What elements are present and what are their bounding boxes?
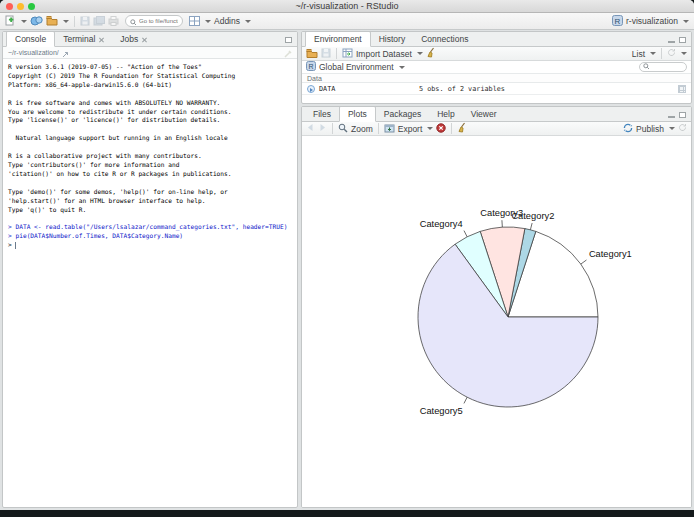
environment-section-header: Data: [302, 74, 691, 83]
load-workspace-icon[interactable]: [306, 48, 318, 60]
console-output-line: R version 3.6.1 (2019-07-05) -- "Action …: [8, 63, 292, 72]
addins-button[interactable]: Addins: [214, 16, 240, 26]
tab-plots[interactable]: Plots: [339, 106, 376, 122]
text-cursor: [15, 242, 16, 249]
open-folder-arrow-icon[interactable]: [62, 44, 69, 62]
console-output-line: Natural language support but running in …: [8, 134, 292, 143]
refresh-environment-caret[interactable]: [681, 52, 687, 55]
tab-connections[interactable]: Connections: [413, 32, 476, 46]
list-view-button[interactable]: List: [632, 49, 645, 59]
publish-caret[interactable]: [669, 127, 675, 130]
rstudio-window: ~/r-visualization - RStudio: [0, 0, 694, 510]
console-output-line: [8, 214, 292, 223]
tab-environment[interactable]: Environment: [305, 31, 371, 47]
desktop-background: [0, 510, 694, 517]
console-workingdir-bar: ~/r-visualization/: [3, 47, 297, 59]
tab-viewer-label: Viewer: [471, 109, 497, 119]
project-selector[interactable]: r-visualization: [626, 16, 678, 26]
main-toolbar: Addins R r-visualization: [0, 13, 694, 30]
export-plot-icon: [384, 123, 395, 135]
remove-plot-icon[interactable]: [436, 123, 446, 135]
plot-canvas: Category1Category2Category3Category4Cate…: [302, 136, 691, 507]
tab-terminal-label: Terminal: [63, 34, 95, 44]
maximize-environment-pane-icon[interactable]: [679, 37, 686, 43]
zoom-plot-icon: [338, 123, 348, 135]
save-workspace-icon: [321, 48, 331, 60]
addins-caret[interactable]: [245, 20, 251, 23]
tab-console-label: Console: [15, 34, 46, 44]
minimize-plots-pane-icon[interactable]: [668, 116, 675, 118]
tab-help[interactable]: Help: [429, 107, 462, 121]
tab-history[interactable]: History: [371, 32, 413, 46]
previous-plot-icon: [306, 123, 315, 134]
minimize-window-button[interactable]: [17, 3, 24, 10]
dataframe-expand-icon[interactable]: [307, 85, 315, 93]
toolbar-separator: [74, 16, 75, 27]
project-icon: R: [612, 12, 623, 30]
project-caret[interactable]: [683, 20, 689, 23]
tab-environment-label: Environment: [314, 34, 362, 44]
import-dataset-button[interactable]: Import Dataset: [356, 49, 412, 59]
maximize-console-pane-icon[interactable]: [285, 37, 292, 43]
tab-jobs[interactable]: Jobs: [112, 32, 155, 46]
view-table-icon[interactable]: [678, 85, 686, 93]
console-output-line: Platform: x86_64-apple-darwin15.6.0 (64-…: [8, 81, 292, 90]
tab-viewer[interactable]: Viewer: [463, 107, 505, 121]
new-project-icon[interactable]: [30, 12, 43, 30]
console-clear-icon[interactable]: [284, 44, 292, 62]
console-output-line: Copyright (C) 2019 The R Foundation for …: [8, 72, 292, 81]
refresh-environment-icon[interactable]: [667, 48, 676, 59]
close-jobs-tab-icon[interactable]: [142, 37, 147, 42]
pie-label-tick: [581, 260, 587, 264]
svg-text:R: R: [308, 63, 313, 70]
tab-console[interactable]: Console: [6, 31, 55, 47]
toolbar-separator: [336, 48, 337, 59]
environment-toolbar: Import Dataset List: [302, 47, 691, 61]
console-output-line: Type 'demo()' for some demos, 'help()' f…: [8, 188, 292, 197]
new-file-icon[interactable]: [5, 12, 16, 30]
global-environment-selector[interactable]: Global Environment: [319, 62, 394, 72]
global-environment-icon: R: [306, 61, 316, 73]
open-file-dropdown-caret[interactable]: [63, 20, 69, 23]
import-dataset-caret[interactable]: [417, 52, 423, 55]
console-prompt: >: [8, 241, 292, 250]
clear-environment-broom-icon[interactable]: [426, 47, 436, 60]
refresh-plot-icon[interactable]: [678, 123, 687, 134]
tab-packages[interactable]: Packages: [376, 107, 429, 121]
close-window-button[interactable]: [6, 3, 13, 10]
zoom-window-button[interactable]: [28, 3, 35, 10]
screenshot-root: ~/r-visualization - RStudio: [0, 0, 694, 517]
environment-search-box[interactable]: [639, 62, 687, 72]
console-output-line: You are welcome to redistribute it under…: [8, 108, 292, 117]
object-name: DATA: [319, 85, 415, 93]
global-environment-caret[interactable]: [399, 66, 405, 69]
tab-packages-label: Packages: [384, 109, 421, 119]
pie-label-tick: [530, 223, 532, 230]
console-output-line: [8, 143, 292, 152]
export-plot-button[interactable]: Export: [398, 124, 423, 134]
list-view-caret[interactable]: [650, 52, 656, 55]
publish-button[interactable]: Publish: [636, 124, 664, 134]
traffic-lights: [6, 3, 35, 10]
toolbar-separator: [661, 48, 662, 59]
zoom-plot-button[interactable]: Zoom: [351, 124, 373, 134]
clear-all-plots-broom-icon[interactable]: [457, 122, 467, 135]
open-file-icon[interactable]: [46, 12, 58, 30]
toolbar-separator: [378, 123, 379, 134]
environment-object-row[interactable]: DATA 5 obs. of 2 variables: [302, 83, 691, 95]
export-plot-caret[interactable]: [427, 127, 433, 130]
console-output[interactable]: R version 3.6.1 (2019-07-05) -- "Action …: [3, 59, 297, 254]
search-icon: [643, 62, 650, 72]
close-terminal-tab-icon[interactable]: [99, 37, 104, 42]
pane-layout-caret[interactable]: [205, 20, 211, 23]
pane-layout-icon[interactable]: [189, 12, 200, 30]
goto-file-search[interactable]: [125, 15, 183, 27]
minimize-environment-pane-icon[interactable]: [668, 41, 675, 43]
goto-file-input[interactable]: [139, 18, 178, 24]
console-output-line: R is free software and comes with ABSOLU…: [8, 99, 292, 108]
maximize-plots-pane-icon[interactable]: [679, 112, 686, 118]
pie-label-tick: [464, 231, 467, 237]
next-plot-icon: [318, 123, 327, 134]
new-file-dropdown-caret[interactable]: [21, 20, 27, 23]
tab-files[interactable]: Files: [305, 107, 339, 121]
